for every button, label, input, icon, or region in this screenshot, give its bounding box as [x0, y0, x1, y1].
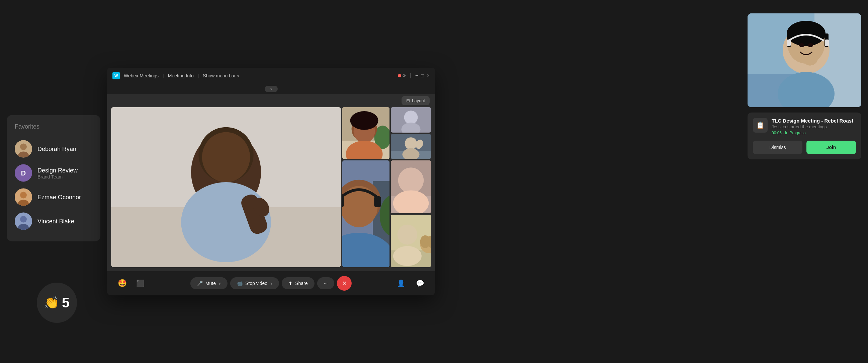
notification-card: 📋 TLC Design Meeting - Rebel Roast Jessi… [747, 113, 861, 159]
svg-text:W: W [115, 74, 118, 78]
svg-point-1 [20, 144, 27, 150]
title-bar: W Webex Meetings | Meeting Info | Show m… [107, 68, 435, 84]
record-icon: ⟳ [403, 73, 406, 78]
main-video [111, 107, 341, 267]
maximize-button[interactable]: □ [421, 73, 424, 78]
contact-name-ezmae: Ezmae Oconnor [37, 194, 81, 201]
more-button[interactable]: ··· [317, 277, 334, 289]
notif-content: TLC Design Meeting - Rebel Roast Jessica… [772, 118, 853, 135]
side-top-row [342, 107, 431, 159]
notif-header: 📋 TLC Design Meeting - Rebel Roast Jessi… [753, 118, 856, 135]
meeting-info-link[interactable]: Meeting Info [168, 73, 194, 78]
dropdown-pill[interactable]: ∨ [265, 86, 278, 92]
end-call-icon: ✕ [342, 280, 347, 287]
main-video-placeholder [111, 107, 341, 267]
svg-rect-64 [825, 39, 829, 46]
contact-item-ezmae[interactable]: Ezmae Oconnor [15, 185, 92, 209]
controls-right: 👤 💬 [394, 277, 427, 290]
svg-rect-40 [374, 196, 381, 207]
layout-icon: ⊞ [406, 98, 410, 103]
controls-left: 🤩 ⬛ [115, 276, 147, 290]
contact-item-design[interactable]: D Design Review Brand Team [15, 161, 92, 185]
mute-button[interactable]: 🎤 Mute ∨ [190, 277, 227, 289]
chat-icon: 💬 [416, 280, 424, 287]
video-tile-6 [391, 215, 431, 268]
close-button[interactable]: × [427, 73, 430, 79]
right-panel: 📋 TLC Design Meeting - Rebel Roast Jessi… [747, 13, 861, 159]
layout-button[interactable]: ⊞ Layout [402, 96, 430, 105]
notif-status: 00:06 · In Progress [772, 131, 853, 135]
notif-icon: 📋 [753, 118, 768, 133]
contact-item-deborah[interactable]: Deborah Ryan [15, 137, 92, 161]
window-controls: ⟳ | − □ × [398, 73, 430, 79]
stop-video-button[interactable]: 📹 Stop video ∨ [230, 277, 279, 289]
side-small-right-bottom [391, 160, 431, 267]
avatar-ezmae [15, 189, 32, 206]
meeting-icon: 📋 [756, 121, 765, 129]
contact-info-design: Design Review Brand Team [37, 167, 78, 179]
contact-name-design: Design Review [37, 167, 78, 174]
favorites-title: Favorites [15, 123, 92, 130]
app-name-label: Webex Meetings [124, 73, 159, 78]
meeting-window: W Webex Meetings | Meeting Info | Show m… [107, 68, 435, 295]
reaction-emoji: 👏 [44, 296, 59, 310]
notif-subtitle: Jessica started the meetings [772, 124, 853, 129]
minimize-button[interactable]: − [415, 73, 418, 79]
video-tile-3 [391, 134, 431, 159]
layout-btn-container: ⊞ Layout [107, 94, 435, 107]
side-bottom-row [342, 160, 431, 267]
webex-logo: W [113, 72, 120, 79]
share-button[interactable]: ⬆ Share [282, 277, 314, 289]
avatar-deborah [15, 140, 32, 158]
contact-info-deborah: Deborah Ryan [37, 145, 76, 152]
video-tile-4 [342, 160, 390, 267]
end-call-button[interactable]: ✕ [337, 276, 352, 291]
person-video-bg [747, 13, 861, 107]
controls-bar: 🤩 ⬛ 🎤 Mute ∨ 📹 Stop video ∨ ⬆ Share [107, 271, 435, 295]
chevron-down-icon: ∨ [237, 74, 239, 78]
video-tile-2 [391, 107, 431, 133]
notif-title: TLC Design Meeting - Rebel Roast [772, 118, 853, 123]
favorites-panel: Favorites Deborah Ryan D Design Review B… [7, 115, 100, 242]
svg-point-27 [404, 111, 418, 124]
person-video-card [747, 13, 861, 107]
notif-actions: Dismiss Join [753, 141, 856, 154]
video-chevron: ∨ [270, 282, 272, 285]
chevron-icon: ∨ [270, 87, 272, 91]
dropdown-bar: ∨ [107, 84, 435, 94]
svg-point-61 [799, 43, 804, 47]
svg-point-62 [808, 43, 813, 47]
contact-item-vincent[interactable]: Vincent Blake [15, 209, 92, 233]
title-separator: | [163, 73, 164, 78]
video-tile-1 [342, 107, 390, 159]
svg-point-58 [787, 21, 826, 46]
svg-point-4 [20, 192, 27, 199]
video-tile-5 [391, 160, 431, 213]
share-icon: ⬆ [288, 281, 292, 286]
video-area [107, 107, 435, 271]
reaction-badge: 👏 5 [37, 283, 77, 323]
contact-info-ezmae: Ezmae Oconnor [37, 194, 81, 201]
caption-icon: ⬛ [136, 280, 145, 287]
svg-rect-39 [342, 196, 344, 207]
participants-button[interactable]: 👤 [394, 277, 408, 290]
emoji-icon: 🤩 [118, 279, 127, 287]
contact-info-vincent: Vincent Blake [37, 218, 74, 225]
mute-icon: 🎤 [197, 281, 203, 286]
controls-center: 🎤 Mute ∨ 📹 Stop video ∨ ⬆ Share ··· ✕ [190, 276, 352, 291]
join-button[interactable]: Join [806, 141, 856, 154]
contact-name-deborah: Deborah Ryan [37, 145, 76, 152]
side-videos [342, 107, 431, 267]
svg-point-15 [202, 132, 250, 182]
dismiss-button[interactable]: Dismiss [753, 141, 802, 154]
svg-point-49 [393, 246, 422, 266]
caption-button[interactable]: ⬛ [133, 277, 147, 290]
show-menu-bar-link[interactable]: Show menu bar ∨ [203, 73, 239, 78]
reaction-count: 5 [62, 295, 70, 311]
emoji-button[interactable]: 🤩 [115, 276, 129, 290]
svg-point-44 [398, 167, 424, 193]
svg-point-24 [350, 111, 378, 130]
avatar-design: D [15, 164, 32, 182]
side-small-right [391, 107, 431, 159]
chat-button[interactable]: 💬 [413, 277, 427, 290]
